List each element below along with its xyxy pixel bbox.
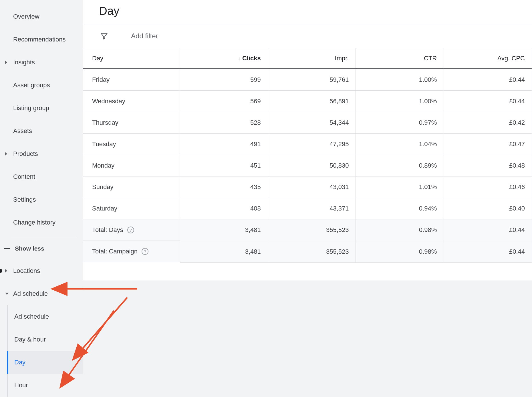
cell-impr: 355,523 xyxy=(268,219,356,241)
cell-avg-cpc: £0.44 xyxy=(444,69,532,91)
cell-clicks: 435 xyxy=(180,176,268,198)
header-label: Clicks xyxy=(242,55,261,62)
cell-avg-cpc: £0.44 xyxy=(444,91,532,112)
data-table: Day ↓Clicks Impr. CTR Avg. CPC xyxy=(83,48,532,263)
show-less-toggle[interactable]: Show less xyxy=(0,238,83,259)
subnav-item-day-hour[interactable]: Day & hour xyxy=(8,328,83,351)
show-less-label: Show less xyxy=(15,245,44,252)
sidebar-item-label: Ad schedule xyxy=(14,313,49,320)
cell-impr: 54,344 xyxy=(268,112,356,134)
minus-icon xyxy=(4,248,10,249)
cell-impr: 43,371 xyxy=(268,198,356,219)
sidebar-item-label: Hour xyxy=(14,382,28,389)
cell-clicks: 408 xyxy=(180,198,268,219)
sidebar-item-products[interactable]: Products xyxy=(0,142,83,165)
sidebar-item-content[interactable]: Content xyxy=(0,165,83,188)
sidebar-item-assets[interactable]: Assets xyxy=(0,120,83,142)
header-label: CTR xyxy=(424,55,437,62)
sidebar-item-label: Listing group xyxy=(13,104,49,112)
column-header-day[interactable]: Day xyxy=(83,48,180,69)
table-row[interactable]: Wednesday56956,8911.00%£0.44 xyxy=(83,91,532,112)
cell-ctr: 1.00% xyxy=(356,91,444,112)
sidebar-item-ad-schedule[interactable]: Ad schedule xyxy=(0,282,83,305)
filter-bar: Add filter xyxy=(83,24,532,48)
ad-schedule-subnav: Ad schedule Day & hour Day Hour xyxy=(7,305,83,397)
header-label: Day xyxy=(92,55,103,62)
empty-area xyxy=(83,281,532,397)
table-total-row: Total: Campaign?3,481355,5230.98%£0.44 xyxy=(83,241,532,262)
caret-right-icon xyxy=(5,61,7,64)
cell-day: Sunday xyxy=(83,176,180,198)
cell-clicks: 491 xyxy=(180,134,268,155)
help-icon[interactable]: ? xyxy=(142,248,148,255)
sidebar-item-label: Locations xyxy=(13,267,40,275)
sidebar-item-listing-group[interactable]: Listing group xyxy=(0,97,83,120)
table-row[interactable]: Friday59959,7611.00%£0.44 xyxy=(83,69,532,91)
sidebar-item-label: Ad schedule xyxy=(13,290,48,297)
cell-day: Saturday xyxy=(83,198,180,219)
cell-ctr: 0.94% xyxy=(356,198,444,219)
column-header-ctr[interactable]: CTR xyxy=(356,48,444,69)
cell-impr: 56,891 xyxy=(268,91,356,112)
table-row[interactable]: Sunday43543,0311.01%£0.46 xyxy=(83,176,532,198)
cell-ctr: 0.98% xyxy=(356,219,444,241)
cell-impr: 355,523 xyxy=(268,241,356,262)
cell-avg-cpc: £0.48 xyxy=(444,155,532,176)
sidebar-item-label: Products xyxy=(13,150,38,158)
sidebar-item-label: Recommendations xyxy=(13,36,65,43)
sidebar-item-label: Insights xyxy=(13,59,35,66)
header-label: Avg. CPC xyxy=(497,55,525,62)
cell-impr: 50,830 xyxy=(268,155,356,176)
filter-icon[interactable] xyxy=(100,32,108,40)
sidebar-item-label: Assets xyxy=(13,127,32,135)
cell-clicks: 3,481 xyxy=(180,219,268,241)
table-footer-space xyxy=(83,263,532,281)
cell-clicks: 3,481 xyxy=(180,241,268,262)
subnav-item-day[interactable]: Day xyxy=(7,351,83,374)
cell-ctr: 1.01% xyxy=(356,176,444,198)
cell-clicks: 569 xyxy=(180,91,268,112)
sidebar-item-overview[interactable]: Overview xyxy=(0,5,83,28)
cell-impr: 47,295 xyxy=(268,134,356,155)
sidebar-item-label: Settings xyxy=(13,196,36,203)
table-row[interactable]: Tuesday49147,2951.04%£0.47 xyxy=(83,134,532,155)
cell-ctr: 1.04% xyxy=(356,134,444,155)
sort-desc-icon: ↓ xyxy=(238,56,241,61)
sidebar-item-recommendations[interactable]: Recommendations xyxy=(0,28,83,51)
cell-day: Monday xyxy=(83,155,180,176)
sidebar-item-label: Day xyxy=(14,359,25,366)
subnav-item-ad-schedule[interactable]: Ad schedule xyxy=(8,305,83,328)
sidebar-item-change-history[interactable]: Change history xyxy=(0,211,83,234)
add-filter-input[interactable]: Add filter xyxy=(131,32,158,40)
table-row[interactable]: Monday45150,8300.89%£0.48 xyxy=(83,155,532,176)
table-row[interactable]: Thursday52854,3440.97%£0.42 xyxy=(83,112,532,134)
page-title: Day xyxy=(83,0,532,24)
cell-ctr: 1.00% xyxy=(356,69,444,91)
cell-avg-cpc: £0.44 xyxy=(444,219,532,241)
cell-day: Friday xyxy=(83,69,180,91)
cell-day: Wednesday xyxy=(83,91,180,112)
caret-right-icon xyxy=(5,152,7,156)
cell-clicks: 599 xyxy=(180,69,268,91)
table-row[interactable]: Saturday40843,3710.94%£0.40 xyxy=(83,198,532,219)
table-total-row: Total: Days?3,481355,5230.98%£0.44 xyxy=(83,219,532,241)
caret-right-icon xyxy=(5,269,7,273)
header-label: Impr. xyxy=(335,55,349,62)
cell-total-label: Total: Days? xyxy=(83,219,180,241)
column-header-avg-cpc[interactable]: Avg. CPC xyxy=(444,48,532,69)
sidebar-item-locations[interactable]: Locations xyxy=(0,259,83,282)
column-header-impr[interactable]: Impr. xyxy=(268,48,356,69)
sidebar-item-label: Day & hour xyxy=(14,336,46,343)
column-header-clicks[interactable]: ↓Clicks xyxy=(180,48,268,69)
sidebar-item-label: Change history xyxy=(13,219,55,226)
sidebar-item-settings[interactable]: Settings xyxy=(0,188,83,211)
sidebar: Overview Recommendations Insights Asset … xyxy=(0,0,83,397)
help-icon[interactable]: ? xyxy=(127,227,134,233)
cell-impr: 43,031 xyxy=(268,176,356,198)
cell-impr: 59,761 xyxy=(268,69,356,91)
sidebar-item-insights[interactable]: Insights xyxy=(0,51,83,74)
sidebar-item-asset-groups[interactable]: Asset groups xyxy=(0,74,83,97)
cell-avg-cpc: £0.44 xyxy=(444,241,532,262)
cell-avg-cpc: £0.47 xyxy=(444,134,532,155)
subnav-item-hour[interactable]: Hour xyxy=(8,374,83,397)
